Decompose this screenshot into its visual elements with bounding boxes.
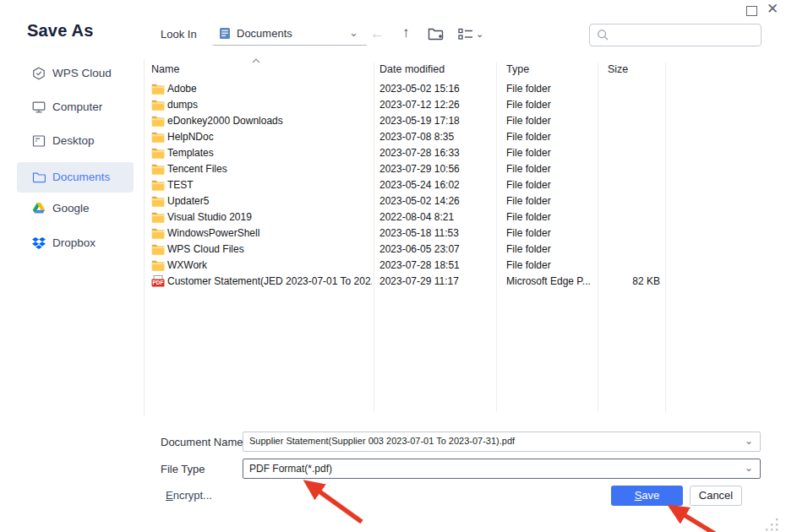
- page-title: Save As: [27, 21, 94, 41]
- folder-icon: [151, 211, 165, 224]
- sort-ascending-icon: [252, 58, 260, 63]
- file-type: File folder: [506, 163, 599, 175]
- folder-icon: [151, 227, 165, 240]
- file-list-panel: Name Date modified Type Size Adobe2023-0…: [144, 59, 770, 416]
- file-date: 2023-07-12 12:26: [379, 99, 498, 111]
- file-name: Tencent Files: [167, 163, 372, 175]
- file-name: Visual Studio 2019: [167, 211, 372, 223]
- file-name: Adobe: [167, 83, 372, 95]
- location-dropdown[interactable]: Documents ⌄: [213, 22, 367, 46]
- file-date: 2023-07-08 8:35: [379, 131, 498, 143]
- sidebar-item-wps-cloud[interactable]: WPS Cloud: [17, 58, 134, 89]
- file-size: 82 KB: [584, 275, 660, 287]
- column-header-date[interactable]: Date modified: [379, 63, 445, 75]
- column-header-name[interactable]: Name: [151, 63, 179, 75]
- file-row[interactable]: Templates2023-07-28 16:33File folder: [145, 145, 669, 161]
- folder-icon: [151, 83, 165, 95]
- file-name: WPS Cloud Files: [167, 243, 372, 255]
- folder-icon: [151, 179, 165, 192]
- back-button[interactable]: ←: [370, 25, 385, 42]
- sidebar-item-computer[interactable]: Computer: [17, 92, 134, 122]
- maximize-icon[interactable]: [746, 6, 757, 16]
- file-row[interactable]: HelpNDoc2023-07-08 8:35File folder: [145, 129, 669, 145]
- file-date: 2023-05-02 14:26: [379, 195, 498, 207]
- file-date: 2023-05-18 11:53: [379, 227, 498, 239]
- file-row[interactable]: Visual Studio 20192022-08-04 8:21File fo…: [145, 209, 669, 225]
- file-type: File folder: [506, 131, 599, 143]
- file-row[interactable]: Adobe2023-05-02 15:16File folder: [145, 81, 669, 97]
- sidebar-item-dropbox[interactable]: Dropbox: [17, 228, 134, 258]
- file-row[interactable]: PDFCustomer Statement(JED 2023-07-01 To …: [145, 274, 669, 290]
- document-name-value: Supplier Statement(Supplier 003 2023-07-…: [249, 436, 515, 446]
- file-type: File folder: [506, 115, 599, 127]
- file-type: File folder: [506, 243, 599, 255]
- sidebar-item-google[interactable]: Google: [17, 193, 134, 224]
- file-date: 2023-07-28 18:51: [379, 259, 498, 271]
- file-name: TEST: [167, 179, 372, 191]
- file-type-select[interactable]: PDF Format(*.pdf) ⌄: [243, 459, 761, 479]
- documents-icon: [219, 27, 231, 40]
- document-name-select[interactable]: Supplier Statement(Supplier 003 2023-07-…: [243, 432, 761, 452]
- folder-icon: [151, 243, 165, 256]
- folder-icon: [151, 131, 165, 144]
- sidebar-item-label: Computer: [52, 100, 102, 113]
- file-name: WXWork: [167, 259, 372, 271]
- file-date: 2023-05-02 15:16: [379, 83, 498, 95]
- close-icon[interactable]: ✕: [767, 1, 778, 18]
- encrypt-link[interactable]: Encrypt...: [166, 489, 212, 502]
- save-button[interactable]: Save: [611, 486, 683, 506]
- file-row[interactable]: eDonkey2000 Downloads2023-05-19 17:18Fil…: [145, 113, 669, 129]
- file-row[interactable]: dumps2023-07-12 12:26File folder: [145, 97, 669, 113]
- file-name: HelpNDoc: [167, 131, 372, 143]
- folder-icon: [151, 99, 165, 111]
- file-date: 2023-05-24 16:02: [379, 179, 498, 191]
- location-value: Documents: [237, 27, 292, 40]
- annotation-arrow-file-type: [308, 483, 362, 522]
- pdf-icon: PDF: [151, 275, 165, 288]
- cancel-button[interactable]: Cancel: [690, 486, 742, 506]
- file-row[interactable]: TEST2023-05-24 16:02File folder: [145, 177, 669, 193]
- folder-icon: [151, 147, 165, 160]
- sidebar-item-label: Google: [52, 202, 90, 214]
- file-type-value: PDF Format(*.pdf): [249, 463, 332, 475]
- sidebar-item-desktop[interactable]: Desktop: [17, 126, 134, 156]
- folder-icon: [32, 171, 46, 184]
- save-as-dialog: ✕ Save As Look In Documents ⌄ ← ↑ ⌄: [0, 0, 786, 532]
- up-directory-button[interactable]: ↑: [402, 24, 410, 41]
- file-type-label: File Type: [161, 463, 205, 475]
- file-row[interactable]: WPS Cloud Files2023-06-05 23:07File fold…: [145, 242, 669, 258]
- file-row[interactable]: Tencent Files2023-07-29 10:56File folder: [145, 161, 669, 177]
- file-type: File folder: [506, 259, 599, 271]
- file-date: 2023-07-29 11:17: [379, 275, 498, 287]
- chevron-down-icon: ⌄: [745, 462, 753, 474]
- file-name: Customer Statement(JED 2023-07-01 To 202…: [167, 275, 372, 287]
- file-name: dumps: [167, 99, 372, 111]
- view-mode-icon[interactable]: [458, 28, 473, 41]
- look-in-label: Look In: [161, 28, 197, 41]
- sidebar-item-label: Desktop: [52, 134, 95, 147]
- search-input[interactable]: [612, 25, 757, 45]
- file-row[interactable]: WXWork2023-07-28 18:51File folder: [145, 258, 669, 274]
- column-header-size[interactable]: Size: [608, 63, 628, 75]
- file-row[interactable]: WindowsPowerShell2023-05-18 11:53File fo…: [145, 225, 669, 242]
- column-header-type[interactable]: Type: [506, 63, 529, 75]
- search-box[interactable]: [589, 24, 761, 46]
- view-mode-chevron-icon[interactable]: ⌄: [476, 29, 483, 40]
- file-type: File folder: [506, 99, 599, 111]
- sidebar-item-documents[interactable]: Documents: [17, 162, 134, 193]
- file-name: WindowsPowerShell: [167, 227, 372, 239]
- new-folder-button[interactable]: [428, 26, 445, 41]
- file-row[interactable]: Updater52023-05-02 14:26File folder: [145, 193, 669, 209]
- resize-grip-icon[interactable]: [766, 518, 779, 531]
- file-name: Templates: [167, 147, 372, 159]
- file-type: File folder: [506, 211, 599, 223]
- file-type: File folder: [506, 147, 599, 159]
- dropbox-icon: [32, 236, 46, 250]
- file-type: File folder: [506, 227, 599, 239]
- file-date: 2023-07-29 10:56: [379, 163, 498, 175]
- chevron-down-icon: ⌄: [349, 26, 358, 39]
- file-name: Updater5: [167, 195, 372, 207]
- chevron-down-icon: ⌄: [745, 435, 753, 447]
- desktop-icon: [32, 134, 46, 148]
- file-name: eDonkey2000 Downloads: [167, 115, 372, 127]
